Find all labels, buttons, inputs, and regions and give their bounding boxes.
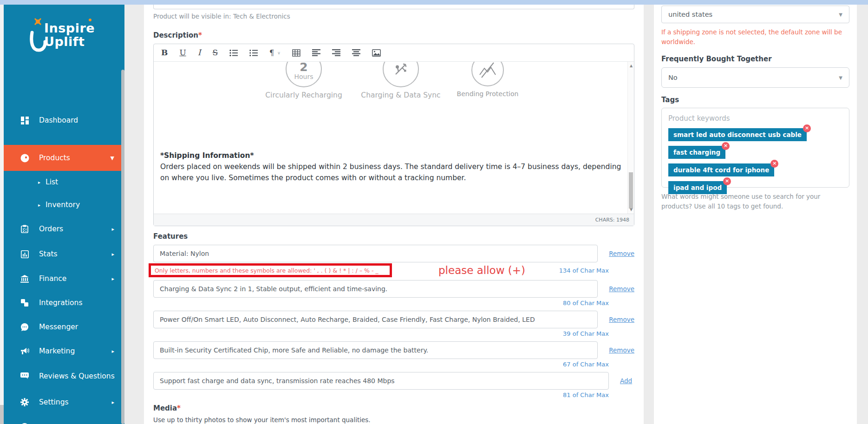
messenger-chat-icon	[20, 323, 30, 331]
frequently-bought-together-select[interactable]: No ▼	[661, 67, 849, 88]
char-max-text: 81 of Char Max	[153, 391, 609, 398]
char-count-bar: CHARS: 1948	[154, 214, 634, 226]
tag-chip: durable 4ft cord for iphone ×	[668, 163, 774, 176]
chevron-right-icon: ▸	[38, 202, 40, 208]
editor-scrollbar-thumb[interactable]	[629, 172, 633, 209]
sidebar-item-integrations[interactable]: Integrations	[4, 291, 124, 315]
shipping-info-paragraph: Orders placed on weekends will be shippe…	[160, 161, 625, 183]
align-center-button[interactable]	[352, 49, 360, 56]
char-max-text: 134 of Char Max	[559, 267, 609, 274]
feature-input-3[interactable]	[153, 311, 598, 328]
char-count: CHARS: 1948	[595, 217, 629, 223]
tag-chip: ipad and ipod ×	[668, 181, 727, 194]
editor-scrollbar[interactable]: ▲ ▼	[627, 62, 634, 214]
sidebar-item-finance[interactable]: Finance ▸	[4, 267, 124, 291]
sidebar-item-messenger[interactable]: Messenger	[4, 315, 124, 339]
feature-row: Remove	[153, 311, 634, 328]
remove-tag-icon[interactable]: ×	[770, 160, 778, 168]
annotation-text: please allow (+)	[438, 264, 525, 276]
media-help-line: Use up to thirty photos to show your ite…	[153, 416, 634, 424]
tag-chip: smart led auto disconnect usb cable ×	[668, 128, 807, 141]
frequently-bought-together-label: Frequently Bought Together	[661, 55, 849, 63]
feature-row: Remove	[153, 245, 634, 262]
sidebar-item-inventory[interactable]: ▸ Inventory	[4, 193, 124, 216]
remove-feature-link[interactable]: Remove	[609, 316, 634, 323]
features-label: Features	[153, 232, 634, 241]
validation-error-text: Only letters, numbers and these symbols …	[155, 267, 379, 274]
editor-toolbar: B U I S ¶ ∨	[154, 44, 634, 62]
sidebar: Inspire Uplift Dashboard Products ▼ ▸ Li…	[4, 5, 124, 424]
orders-clipboard-icon	[20, 225, 30, 233]
product-form-column: Product will be visible in: Tech & Elect…	[144, 0, 644, 424]
shipping-zone-select[interactable]: united states ▼	[661, 6, 849, 23]
underline-button[interactable]: U	[179, 49, 186, 57]
tags-box[interactable]: smart led auto disconnect usb cable × fa…	[661, 108, 849, 188]
numbered-list-button[interactable]	[249, 49, 258, 57]
shipping-info-heading: *Shipping Information*	[160, 151, 254, 160]
integrations-icon	[20, 299, 30, 307]
left-scrollbar-thumb[interactable]	[0, 405, 4, 424]
strikethrough-button[interactable]: S	[212, 49, 218, 57]
feature-input-2[interactable]	[153, 280, 598, 298]
scroll-down-arrow-icon[interactable]: ▼	[628, 208, 634, 212]
sidebar-item-orders[interactable]: Orders ▸	[4, 216, 124, 241]
required-asterisk: *	[177, 404, 181, 412]
char-max-text: 39 of Char Max	[153, 330, 609, 337]
chevron-down-icon: ∨	[277, 51, 281, 55]
add-feature-link[interactable]: Add	[620, 377, 632, 385]
pilcrow-icon: ¶	[269, 48, 274, 57]
remove-feature-link[interactable]: Remove	[609, 250, 634, 257]
sidebar-item-seller-support[interactable]: Seller Support	[4, 415, 124, 424]
align-left-button[interactable]	[312, 49, 320, 56]
remove-tag-icon[interactable]: ×	[803, 124, 811, 132]
browser-top-bar	[0, 0, 868, 5]
required-asterisk: *	[198, 31, 202, 39]
chevron-right-icon: ▸	[38, 180, 40, 185]
bold-button[interactable]: B	[161, 49, 168, 57]
sidebar-item-settings[interactable]: Settings ▸	[4, 389, 124, 415]
logo-text: Inspire Uplift	[44, 21, 95, 48]
feature-input-5[interactable]	[153, 372, 609, 390]
page-left-edge	[0, 5, 4, 424]
sidebar-item-dashboard[interactable]: Dashboard	[4, 111, 124, 130]
figure-circularly-recharging: 2 Hours Circularly Recharging	[255, 62, 352, 99]
insert-image-button[interactable]	[372, 49, 381, 57]
chevron-right-icon: ▸	[111, 226, 114, 232]
sidebar-item-reviews-questions[interactable]: Reviews & Questions	[4, 363, 124, 389]
remove-tag-icon[interactable]: ×	[722, 142, 730, 150]
chevron-right-icon: ▸	[111, 276, 114, 282]
italic-button[interactable]: I	[198, 49, 201, 57]
remove-tag-icon[interactable]: ×	[723, 177, 731, 185]
caret-down-icon: ▼	[839, 75, 842, 80]
annotation-highlight-box: Only letters, numbers and these symbols …	[149, 263, 392, 277]
marketing-megaphone-icon	[20, 347, 30, 355]
sidebar-scrollbar-thumb[interactable]	[121, 70, 124, 424]
align-right-button[interactable]	[332, 49, 340, 56]
scroll-up-arrow-icon[interactable]: ▲	[628, 64, 634, 68]
sidebar-item-products[interactable]: Products ▼	[4, 145, 124, 171]
tag-chips: smart led auto disconnect usb cable × fa…	[668, 128, 842, 194]
inspire-uplift-logo[interactable]: Inspire Uplift	[20, 19, 108, 56]
remove-feature-link[interactable]: Remove	[609, 346, 634, 354]
sidebar-scrollbar[interactable]	[121, 5, 124, 424]
usb-icon	[392, 62, 410, 78]
editor-content[interactable]: 2 Hours Circularly Recharging Charging &…	[154, 62, 634, 214]
paragraph-format-dropdown[interactable]: ¶ ∨	[269, 48, 281, 57]
category-input-partial[interactable]	[153, 5, 634, 9]
sidebar-item-stats[interactable]: Stats ▸	[4, 241, 124, 267]
chevron-right-icon: ▸	[111, 251, 114, 257]
products-tag-icon	[20, 154, 30, 163]
sidebar-menu: Dashboard Products ▼ ▸ List ▸ Inventory …	[4, 111, 124, 424]
tags-input[interactable]	[668, 114, 842, 123]
feature-input-1[interactable]	[153, 245, 598, 262]
remove-feature-link[interactable]: Remove	[609, 285, 634, 293]
feature-error-row: Only letters, numbers and these symbols …	[153, 263, 609, 277]
table-button[interactable]	[292, 49, 300, 57]
sidebar-item-marketing[interactable]: Marketing ▸	[4, 339, 124, 363]
figure-charging-data-sync: Charging & Data Sync	[352, 62, 450, 99]
bullet-list-button[interactable]	[229, 49, 238, 57]
reviews-bubble-icon	[20, 372, 30, 380]
tag-chip: fast charging ×	[668, 146, 725, 159]
sidebar-item-list[interactable]: ▸ List	[4, 171, 124, 193]
feature-input-4[interactable]	[153, 341, 598, 359]
